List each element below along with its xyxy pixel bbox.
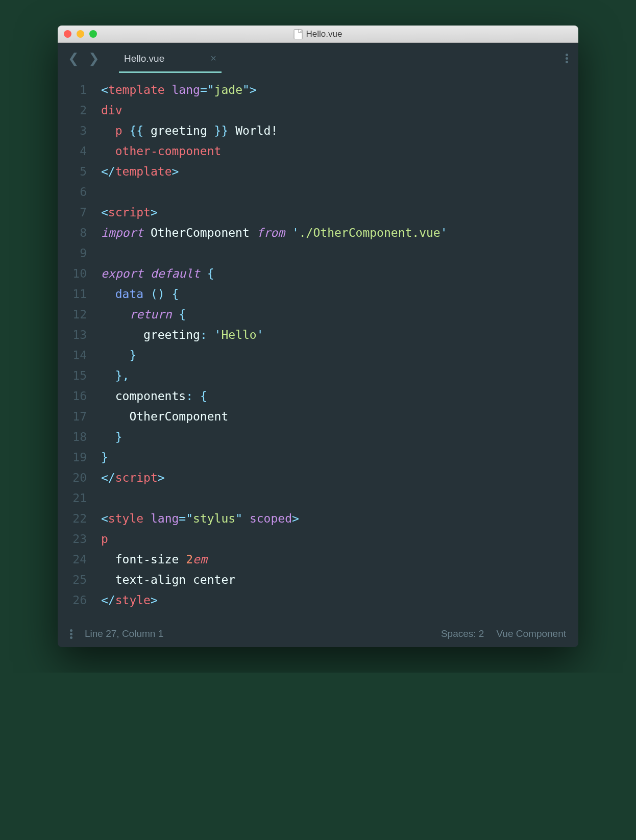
line-number: 23 — [58, 529, 101, 549]
line-number: 25 — [58, 570, 101, 590]
code-line[interactable]: 3 p {{ greeting }} World! — [58, 120, 578, 141]
tab-label: Hello.vue — [124, 53, 164, 64]
code-content: } — [101, 447, 108, 467]
code-content: data () { — [101, 284, 179, 304]
code-content: }, — [101, 365, 129, 386]
line-number: 6 — [58, 182, 101, 202]
syntax-mode[interactable]: Vue Component — [496, 628, 566, 639]
tab-active[interactable]: Hello.vue × — [119, 43, 222, 73]
line-number: 3 — [58, 120, 101, 141]
line-number: 16 — [58, 386, 101, 406]
code-content: } — [101, 345, 136, 365]
code-line[interactable]: 19} — [58, 447, 578, 467]
line-number: 4 — [58, 141, 101, 161]
traffic-lights — [64, 30, 97, 38]
code-content: </template> — [101, 161, 179, 182]
code-line[interactable]: 8import OtherComponent from './OtherComp… — [58, 223, 578, 243]
code-content — [101, 182, 108, 202]
line-number: 24 — [58, 549, 101, 570]
line-number: 19 — [58, 447, 101, 467]
code-line[interactable]: 15 }, — [58, 365, 578, 386]
code-content — [101, 243, 108, 263]
code-line[interactable]: 20</script> — [58, 467, 578, 488]
window-title: Hello.vue — [294, 29, 343, 39]
code-content: return { — [101, 304, 186, 325]
nav-forward-icon[interactable]: ❯ — [88, 51, 100, 66]
line-number: 8 — [58, 223, 101, 243]
code-content: greeting: 'Hello' — [101, 325, 264, 345]
nav-back-icon[interactable]: ❮ — [68, 51, 79, 66]
line-number: 2 — [58, 100, 101, 120]
line-number: 20 — [58, 467, 101, 488]
code-content: <script> — [101, 202, 158, 223]
code-content: div — [101, 100, 123, 120]
code-line[interactable]: 2div — [58, 100, 578, 120]
file-icon — [294, 29, 303, 39]
more-menu-icon[interactable] — [566, 54, 568, 63]
close-button[interactable] — [64, 30, 71, 38]
code-line[interactable]: 17 OtherComponent — [58, 406, 578, 427]
line-number: 15 — [58, 365, 101, 386]
line-number: 26 — [58, 590, 101, 610]
code-line[interactable]: 12 return { — [58, 304, 578, 325]
line-number: 13 — [58, 325, 101, 345]
line-number: 14 — [58, 345, 101, 365]
code-line[interactable]: 23p — [58, 529, 578, 549]
line-number: 9 — [58, 243, 101, 263]
editor-window: Hello.vue ❮ ❯ Hello.vue × 1<template lan… — [58, 26, 578, 647]
code-content — [101, 488, 108, 508]
code-content: import OtherComponent from './OtherCompo… — [101, 223, 448, 243]
code-line[interactable]: 6 — [58, 182, 578, 202]
code-line[interactable]: 10export default { — [58, 263, 578, 284]
line-number: 5 — [58, 161, 101, 182]
code-line[interactable]: 13 greeting: 'Hello' — [58, 325, 578, 345]
code-line[interactable]: 18 } — [58, 427, 578, 447]
line-number: 18 — [58, 427, 101, 447]
toolbar: ❮ ❯ Hello.vue × — [58, 43, 578, 73]
line-number: 17 — [58, 406, 101, 427]
status-menu-icon[interactable] — [70, 629, 72, 639]
code-line[interactable]: 16 components: { — [58, 386, 578, 406]
code-content: <style lang="stylus" scoped> — [101, 508, 299, 529]
code-content: font-size 2em — [101, 549, 207, 570]
code-line[interactable]: 25 text-align center — [58, 570, 578, 590]
code-content: OtherComponent — [101, 406, 228, 427]
titlebar: Hello.vue — [58, 26, 578, 43]
code-line[interactable]: 21 — [58, 488, 578, 508]
code-content: text-align center — [101, 570, 235, 590]
code-content: p {{ greeting }} World! — [101, 120, 278, 141]
code-content: <template lang="jade"> — [101, 80, 257, 100]
code-line[interactable]: 26</style> — [58, 590, 578, 610]
tab-close-icon[interactable]: × — [210, 53, 216, 64]
cursor-position[interactable]: Line 27, Column 1 — [85, 628, 163, 639]
code-line[interactable]: 11 data () { — [58, 284, 578, 304]
statusbar: Line 27, Column 1 Spaces: 2 Vue Componen… — [58, 621, 578, 647]
indent-setting[interactable]: Spaces: 2 — [441, 628, 484, 639]
code-line[interactable]: 22<style lang="stylus" scoped> — [58, 508, 578, 529]
line-number: 1 — [58, 80, 101, 100]
code-content: components: { — [101, 386, 207, 406]
code-line[interactable]: 4 other-component — [58, 141, 578, 161]
code-line[interactable]: 5</template> — [58, 161, 578, 182]
line-number: 10 — [58, 263, 101, 284]
code-line[interactable]: 24 font-size 2em — [58, 549, 578, 570]
window-title-text: Hello.vue — [306, 29, 343, 39]
code-content: </style> — [101, 590, 158, 610]
minimize-button[interactable] — [77, 30, 84, 38]
code-content: export default { — [101, 263, 214, 284]
line-number: 12 — [58, 304, 101, 325]
code-content: } — [101, 427, 123, 447]
code-line[interactable]: 7<script> — [58, 202, 578, 223]
line-number: 21 — [58, 488, 101, 508]
code-editor[interactable]: 1<template lang="jade">2div3 p {{ greeti… — [58, 73, 578, 621]
line-number: 11 — [58, 284, 101, 304]
code-content: other-component — [101, 141, 221, 161]
code-content: p — [101, 529, 108, 549]
code-content: </script> — [101, 467, 165, 488]
line-number: 22 — [58, 508, 101, 529]
code-line[interactable]: 9 — [58, 243, 578, 263]
maximize-button[interactable] — [89, 30, 97, 38]
code-line[interactable]: 1<template lang="jade"> — [58, 80, 578, 100]
line-number: 7 — [58, 202, 101, 223]
code-line[interactable]: 14 } — [58, 345, 578, 365]
